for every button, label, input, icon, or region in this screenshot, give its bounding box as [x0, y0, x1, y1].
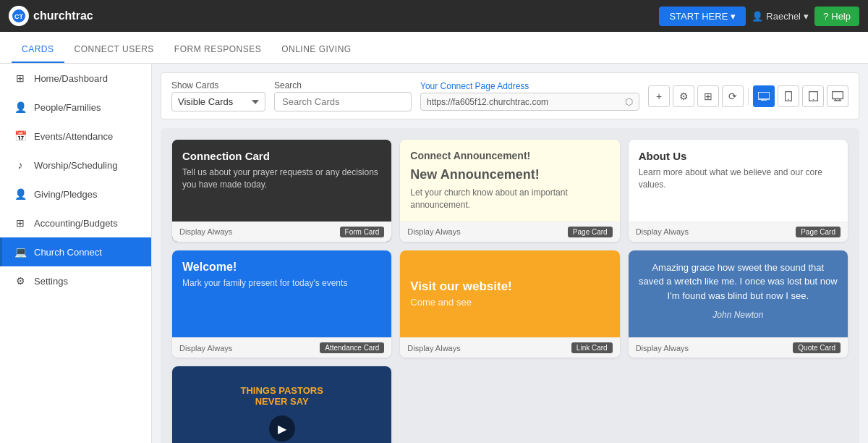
- card-footer: Display Always Page Card: [400, 222, 619, 242]
- card-badge: Page Card: [796, 227, 841, 237]
- sidebar-item-label: Accounting/Budgets: [34, 218, 118, 229]
- card-badge: Page Card: [568, 227, 613, 237]
- sidebar-item-accounting[interactable]: ⊞ Accounting/Budgets: [0, 208, 151, 237]
- start-here-button[interactable]: START HERE ▾: [659, 7, 746, 26]
- card-title: Welcome!: [182, 261, 381, 274]
- settings-icon: ⚙: [14, 275, 27, 287]
- sidebar-item-label: Church Connect: [34, 247, 102, 258]
- about-us-card[interactable]: About Us Learn more about what we believ…: [629, 140, 848, 242]
- sidebar-item-church-connect[interactable]: 💻 Church Connect: [0, 237, 151, 266]
- card-body: THINGS PASTORS NEVER SAY ▶: [172, 366, 391, 443]
- sidebar-item-giving[interactable]: 👤 Giving/Pledges: [0, 180, 151, 208]
- card-title: Visit our website!: [410, 279, 609, 294]
- card-title: Connection Card: [182, 150, 381, 162]
- svg-rect-9: [833, 91, 843, 98]
- toolbar-icons: + ⚙ ⊞ ⟳: [648, 85, 848, 107]
- sidebar-item-people[interactable]: 👤 People/Families: [0, 93, 151, 122]
- tab-online-giving[interactable]: ONLINE GIVING: [271, 37, 362, 63]
- card-body: Amazing grace how sweet the sound that s…: [629, 250, 848, 338]
- sidebar-item-events[interactable]: 📅 Events/Attendance: [0, 122, 151, 151]
- url-value: https://fa605f12.churchtrac.com: [427, 97, 621, 107]
- cards-container: Connection Card Tell us about your praye…: [161, 128, 859, 443]
- monitor-view-button[interactable]: [827, 85, 848, 107]
- card-footer: Display Always Link Card: [400, 337, 619, 358]
- svg-text:CT: CT: [14, 13, 23, 20]
- toolbar: Show Cards Visible Cards All Cards Hidde…: [161, 72, 859, 119]
- settings-button[interactable]: ⚙: [673, 85, 694, 107]
- card-badge: Form Card: [340, 227, 385, 237]
- quote-text: Amazing grace how sweet the sound that s…: [639, 261, 838, 303]
- card-footer-label: Display Always: [179, 344, 232, 353]
- sidebar: ⊞ Home/Dashboard 👤 People/Families 📅 Eve…: [0, 64, 152, 443]
- sidebar-item-label: Events/Attendance: [34, 131, 113, 142]
- card-badge: Attendance Card: [320, 342, 384, 353]
- url-label[interactable]: Your Connect Page Address: [420, 81, 639, 91]
- card-title: About Us: [639, 150, 838, 162]
- logo: CT churchtrac: [9, 6, 93, 26]
- refresh-button[interactable]: ⟳: [722, 85, 744, 107]
- tab-cards[interactable]: CARDS: [12, 37, 64, 63]
- video-overlay: THINGS PASTORS NEVER SAY ▶: [172, 366, 391, 443]
- card-badge: Link Card: [571, 342, 613, 353]
- card-body: Connection Card Tell us about your praye…: [172, 140, 391, 222]
- card-body-text: Tell us about your prayer requests or an…: [182, 166, 381, 191]
- tab-connect-users[interactable]: CONNECT USERS: [64, 37, 164, 63]
- card-footer-label: Display Always: [407, 227, 460, 236]
- tab-form-responses[interactable]: FORM RESPONSES: [164, 37, 271, 63]
- card-body-text: Mark your family present for today's eve…: [182, 278, 381, 288]
- card-body: Visit our website! Come and see: [400, 250, 619, 338]
- card-footer: Display Always Form Card: [172, 222, 391, 242]
- help-button[interactable]: ? Help: [814, 7, 859, 26]
- svg-point-8: [812, 98, 814, 100]
- show-cards-group: Show Cards Visible Cards All Cards Hidde…: [171, 80, 265, 111]
- visit-website-card[interactable]: Visit our website! Come and see Display …: [400, 250, 619, 358]
- card-badge: Quote Card: [793, 342, 841, 353]
- add-card-button[interactable]: +: [648, 85, 670, 107]
- card-footer-label: Display Always: [636, 227, 689, 236]
- connection-card[interactable]: Connection Card Tell us about your praye…: [172, 140, 391, 242]
- search-input[interactable]: [274, 92, 412, 111]
- external-link-icon[interactable]: ⬡: [625, 96, 633, 107]
- quote-card[interactable]: Amazing grace how sweet the sound that s…: [629, 250, 848, 358]
- top-nav: CT churchtrac START HERE ▾ 👤 Raechel ▾ ?…: [0, 0, 868, 32]
- card-footer-label: Display Always: [407, 344, 460, 353]
- show-cards-select[interactable]: Visible Cards All Cards Hidden Cards: [171, 92, 265, 111]
- welcome-card[interactable]: Welcome! Mark your family present for to…: [172, 250, 391, 358]
- card-footer: Display Always Page Card: [629, 222, 848, 242]
- tablet-view-button[interactable]: [802, 85, 824, 107]
- announcement-card[interactable]: Connect Announcement! New Announcement! …: [400, 140, 619, 242]
- search-label: Search: [274, 80, 412, 90]
- url-box: https://fa605f12.churchtrac.com ⬡: [420, 93, 639, 111]
- home-icon: ⊞: [14, 72, 27, 84]
- music-icon: ♪: [14, 159, 27, 171]
- sidebar-item-label: Giving/Pledges: [34, 189, 97, 200]
- sidebar-item-worship[interactable]: ♪ Worship/Scheduling: [0, 151, 151, 180]
- url-section: Your Connect Page Address https://fa605f…: [420, 81, 639, 111]
- card-body-text: Come and see: [410, 297, 609, 308]
- mobile-view-button[interactable]: [778, 85, 799, 107]
- content-area: Show Cards Visible Cards All Cards Hidde…: [152, 64, 868, 443]
- show-cards-label: Show Cards: [171, 80, 265, 90]
- logo-text: churchtrac: [33, 9, 93, 22]
- calendar-icon: 📅: [14, 130, 27, 142]
- sidebar-item-settings[interactable]: ⚙ Settings: [0, 266, 151, 295]
- tab-bar: CARDS CONNECT USERS FORM RESPONSES ONLIN…: [0, 32, 868, 64]
- main-layout: ⊞ Home/Dashboard 👤 People/Families 📅 Eve…: [0, 64, 868, 443]
- user-menu-button[interactable]: 👤 Raechel ▾: [752, 11, 809, 22]
- card-footer-label: Display Always: [179, 227, 232, 236]
- connect-icon: 💻: [14, 246, 27, 258]
- grid-button[interactable]: ⊞: [697, 85, 719, 107]
- icon-separator: [748, 88, 749, 105]
- video-card[interactable]: THINGS PASTORS NEVER SAY ▶: [172, 366, 391, 443]
- card-body: About Us Learn more about what we believ…: [629, 140, 848, 222]
- video-play-button[interactable]: ▶: [269, 415, 295, 442]
- card-title: New Announcement!: [410, 167, 609, 182]
- card-footer-label: Display Always: [636, 344, 689, 353]
- sidebar-item-home[interactable]: ⊞ Home/Dashboard: [0, 64, 151, 93]
- giving-icon: 👤: [14, 188, 27, 200]
- sidebar-item-label: People/Families: [34, 102, 101, 113]
- desktop-view-button[interactable]: [753, 85, 775, 107]
- card-footer: Display Always Quote Card: [629, 337, 848, 358]
- sidebar-item-label: Home/Dashboard: [34, 73, 108, 84]
- accounting-icon: ⊞: [14, 217, 27, 229]
